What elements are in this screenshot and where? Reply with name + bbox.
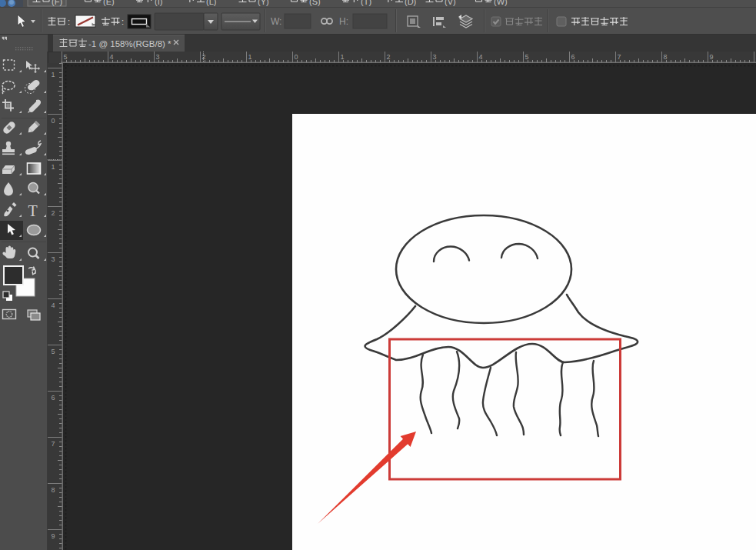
svg-text:6: 6 (52, 394, 55, 402)
svg-text:2: 2 (52, 209, 55, 217)
svg-text:(Y): (Y) (258, 0, 269, 6)
svg-text:(F): (F) (52, 0, 62, 6)
svg-text:0: 0 (52, 117, 55, 125)
svg-text:1: 1 (52, 71, 55, 78)
svg-text:1: 1 (248, 53, 252, 61)
svg-text:4: 4 (479, 53, 483, 61)
svg-text:(E): (E) (103, 0, 115, 6)
svg-text:H:: H: (339, 16, 348, 27)
svg-text:(I): (I) (155, 0, 162, 6)
svg-text:1: 1 (341, 53, 345, 61)
svg-text::: : (68, 17, 70, 26)
svg-text:2: 2 (387, 53, 391, 61)
svg-text:(V): (V) (445, 0, 456, 6)
svg-text:5: 5 (525, 53, 529, 61)
svg-text:T: T (28, 202, 38, 219)
svg-text:7: 7 (618, 53, 621, 61)
svg-text:5: 5 (64, 53, 68, 61)
svg-text:W:: W: (271, 16, 281, 27)
svg-text:4: 4 (52, 302, 55, 309)
svg-text:1: 1 (52, 163, 55, 171)
svg-text:9: 9 (52, 532, 55, 540)
svg-text:7: 7 (52, 440, 55, 448)
svg-text:(L): (L) (206, 0, 216, 6)
svg-text:4: 4 (110, 53, 114, 61)
svg-text:(D): (D) (405, 0, 416, 6)
svg-text:3: 3 (156, 53, 160, 61)
svg-text:3: 3 (52, 255, 55, 263)
svg-text:9: 9 (710, 53, 714, 61)
svg-text:0: 0 (295, 53, 298, 61)
svg-text:5: 5 (52, 348, 55, 355)
svg-text:(S): (S) (309, 0, 321, 6)
svg-text:3: 3 (433, 53, 437, 61)
svg-text:8: 8 (664, 53, 668, 61)
svg-text:-1 @ 158%(RGB/8) *: -1 @ 158%(RGB/8) * (88, 39, 172, 48)
svg-text:6: 6 (571, 53, 575, 61)
svg-text:8: 8 (52, 486, 55, 494)
svg-text::: : (122, 17, 124, 26)
svg-text:(T): (T) (361, 0, 371, 6)
svg-text:(W): (W) (494, 0, 508, 6)
svg-text:2: 2 (202, 53, 206, 61)
